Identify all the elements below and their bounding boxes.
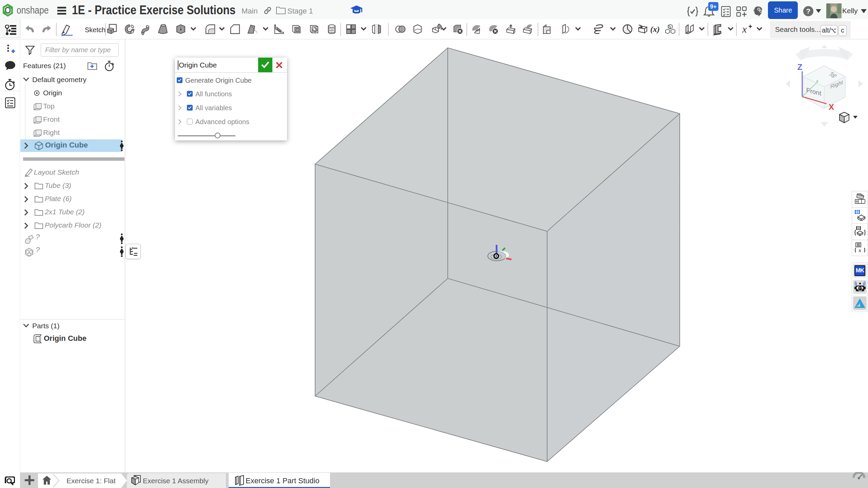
svg-text:Z: Z (797, 62, 803, 72)
svg-text:X: X (829, 102, 834, 112)
svg-text:?: ? (806, 7, 811, 15)
svg-text:x: x (858, 248, 861, 253)
svg-text:9+: 9+ (710, 3, 716, 10)
